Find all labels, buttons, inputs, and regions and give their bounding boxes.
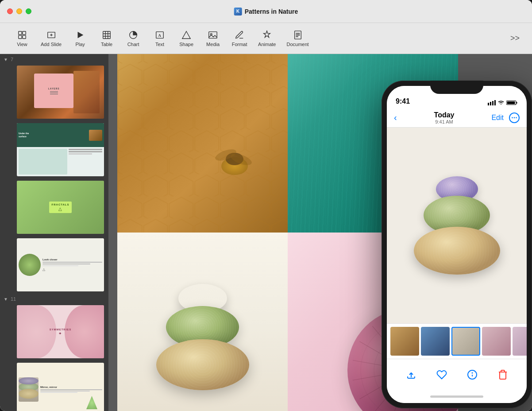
filmstrip-thumb-1[interactable]: [390, 327, 419, 356]
svg-rect-49: [488, 103, 489, 105]
slide-wrapper-8: 8 Under thesurface: [0, 121, 108, 178]
slide-7-preview: LAYERS: [17, 66, 104, 119]
toolbar-table-label: Table: [101, 42, 112, 47]
phone-more-button[interactable]: ···: [509, 112, 520, 123]
slide-thumb-10[interactable]: Look closer △: [16, 237, 105, 292]
svg-rect-3: [23, 35, 26, 38]
phone-home-indicator: [387, 390, 527, 403]
slide-group-7-header: ▼ 7: [0, 54, 108, 63]
toolbar-add-slide-label: Add Slide: [41, 42, 62, 47]
svg-rect-20: [296, 33, 300, 34]
slide-wrapper-7: LAYERS: [0, 63, 108, 121]
toolbar-play[interactable]: Play: [67, 27, 93, 50]
format-icon: [235, 30, 244, 40]
svg-rect-2: [19, 35, 22, 38]
back-chevron-icon: ‹: [394, 112, 397, 123]
phone-nav-subtitle: 9:41 AM: [397, 119, 492, 124]
signal-icon: [488, 100, 496, 105]
app-icon: K: [234, 8, 242, 16]
shape-icon: [181, 30, 191, 40]
traffic-lights: [7, 8, 31, 14]
phone-filmstrip: [387, 323, 527, 359]
svg-rect-24: [117, 54, 288, 233]
phone-edit-button[interactable]: Edit: [491, 114, 504, 122]
phone-nav-title-area: Today 9:41 AM: [397, 111, 492, 124]
slide-thumb-7[interactable]: LAYERS: [16, 65, 105, 120]
slide-wrapper-11: SYMMETRIES ✦: [0, 303, 108, 361]
close-button[interactable]: [7, 8, 13, 14]
toolbar-media[interactable]: Media: [200, 27, 226, 50]
toolbar-chart[interactable]: Chart: [120, 27, 146, 50]
phone-screen: 9:41: [387, 86, 527, 403]
toolbar-more[interactable]: >>: [507, 31, 523, 46]
phone-nav-actions: Edit ···: [491, 112, 520, 123]
group-arrow-11: ▼: [4, 297, 8, 302]
toolbar-format-label: Format: [232, 42, 247, 47]
filmstrip-thumb-2[interactable]: [421, 327, 450, 356]
phone-status-icons: [488, 100, 518, 105]
info-icon: [467, 369, 478, 380]
toolbar: View Add Slide Play Table: [0, 23, 532, 54]
slide-wrapper-10: 10 Look closer △: [0, 236, 108, 294]
svg-rect-21: [296, 35, 300, 35]
animate-icon: [262, 30, 272, 40]
quadrant-sea-urchins: [117, 233, 288, 411]
toolbar-format[interactable]: Format: [226, 27, 253, 50]
toolbar-chart-label: Chart: [127, 42, 139, 47]
toolbar-animate[interactable]: Animate: [253, 27, 281, 50]
svg-rect-50: [490, 102, 491, 105]
svg-rect-1: [23, 31, 26, 34]
toolbar-text-label: Text: [155, 42, 164, 47]
slide-wrapper-9: 9 FRACTALS △: [0, 178, 108, 236]
phone-overlay: 9:41: [382, 81, 532, 408]
titlebar: K Patterns in Nature: [0, 0, 532, 23]
svg-rect-0: [19, 31, 22, 34]
toolbar-text[interactable]: A Text: [146, 27, 173, 50]
svg-rect-52: [494, 100, 496, 105]
svg-rect-55: [507, 101, 515, 104]
add-slide-icon: [46, 30, 56, 40]
window-title: K Patterns in Nature: [234, 8, 298, 16]
phone-action-toolbar: [387, 359, 527, 390]
filmstrip-thumb-4[interactable]: [482, 327, 511, 356]
group-number-7: 7: [11, 57, 13, 62]
keynote-window: K Patterns in Nature View Add Slide Play: [0, 0, 532, 411]
chart-icon: [128, 30, 138, 40]
toolbar-shape[interactable]: Shape: [173, 27, 200, 50]
phone-back-button[interactable]: ‹: [394, 112, 397, 123]
toolbar-animate-label: Animate: [258, 42, 276, 47]
info-button[interactable]: [467, 369, 478, 380]
svg-text:A: A: [158, 33, 161, 37]
wifi-icon: [497, 100, 505, 105]
svg-rect-54: [517, 102, 517, 104]
share-button[interactable]: [406, 369, 416, 380]
phone-nav-title: Today: [397, 111, 492, 119]
phone-time: 9:41: [396, 97, 410, 105]
filmstrip-thumb-3[interactable]: [451, 327, 480, 356]
maximize-button[interactable]: [26, 8, 31, 14]
phone-image-area: [387, 128, 527, 323]
minimize-button[interactable]: [16, 8, 22, 14]
toolbar-document[interactable]: Document: [281, 27, 314, 50]
favorite-button[interactable]: [436, 369, 447, 380]
delete-button[interactable]: [497, 369, 508, 380]
document-title: Patterns in Nature: [245, 8, 298, 15]
filmstrip-thumb-5[interactable]: [513, 327, 527, 356]
slide-9-preview: FRACTALS △: [17, 181, 104, 234]
slide-thumb-11[interactable]: SYMMETRIES ✦: [16, 304, 105, 359]
slide-thumb-8[interactable]: Under thesurface: [16, 122, 105, 177]
slide-group-11-header: ▼ 11: [0, 294, 108, 303]
toolbar-view[interactable]: View: [9, 27, 35, 50]
svg-marker-7: [78, 31, 84, 38]
toolbar-add-slide[interactable]: Add Slide: [35, 27, 67, 50]
phone-nav-bar: ‹ Today 9:41 AM Edit ···: [387, 108, 527, 128]
table-icon: [102, 30, 112, 40]
play-icon: [75, 30, 85, 40]
toolbar-table[interactable]: Table: [93, 27, 120, 50]
main-content: ▼ 7 LAYERS: [0, 54, 532, 411]
slide-thumb-9[interactable]: FRACTALS △: [16, 180, 105, 235]
slide-10-preview: Look closer △: [17, 238, 104, 291]
document-icon: [293, 30, 303, 40]
share-icon: [406, 369, 416, 380]
slide-thumb-12[interactable]: Mirror, mirror: [16, 362, 105, 411]
